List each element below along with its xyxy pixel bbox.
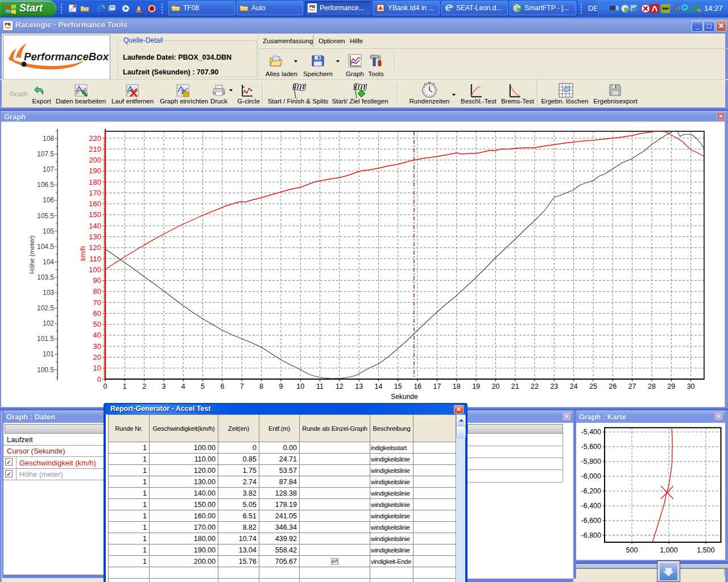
svg-text:120: 120 bbox=[89, 243, 101, 252]
svg-text:11: 11 bbox=[316, 383, 324, 390]
svg-text:105.5: 105.5 bbox=[37, 212, 54, 220]
svg-text:103: 103 bbox=[43, 289, 54, 297]
svg-text:106.5: 106.5 bbox=[37, 181, 54, 189]
svg-text:PB: PB bbox=[309, 5, 315, 9]
svg-text:104.5: 104.5 bbox=[37, 243, 54, 251]
svg-text:200: 200 bbox=[89, 156, 101, 164]
svg-text:1,000: 1,000 bbox=[660, 546, 677, 554]
svg-text:40: 40 bbox=[93, 331, 101, 339]
svg-text:28: 28 bbox=[648, 383, 656, 390]
svg-text:70: 70 bbox=[93, 298, 101, 307]
svg-text:-6,200: -6,200 bbox=[581, 487, 601, 495]
svg-text:0: 0 bbox=[104, 383, 107, 390]
svg-text:km/h: km/h bbox=[79, 246, 87, 261]
svg-text:-6,800: -6,800 bbox=[581, 531, 601, 539]
svg-text:60: 60 bbox=[93, 309, 101, 318]
svg-text:190: 190 bbox=[89, 167, 101, 175]
svg-text:10: 10 bbox=[296, 383, 304, 390]
svg-text:14: 14 bbox=[375, 383, 383, 390]
svg-text:105: 105 bbox=[43, 227, 54, 235]
svg-text:21: 21 bbox=[511, 383, 519, 390]
svg-text:23: 23 bbox=[550, 383, 558, 390]
svg-text:80: 80 bbox=[93, 287, 101, 296]
svg-text:Höhe (meter): Höhe (meter) bbox=[28, 235, 35, 274]
svg-text:103.5: 103.5 bbox=[37, 273, 54, 281]
svg-text:100: 100 bbox=[89, 265, 101, 274]
svg-text:7: 7 bbox=[240, 383, 244, 390]
svg-text:160: 160 bbox=[89, 199, 101, 208]
svg-text:50: 50 bbox=[93, 320, 101, 329]
svg-text:Sekunde: Sekunde bbox=[391, 393, 418, 401]
svg-text:107.5: 107.5 bbox=[37, 150, 54, 158]
svg-text:106: 106 bbox=[43, 196, 54, 204]
svg-text:6: 6 bbox=[220, 383, 224, 390]
svg-text:24: 24 bbox=[570, 383, 578, 390]
svg-text:220: 220 bbox=[89, 134, 101, 143]
svg-text:8: 8 bbox=[259, 383, 263, 390]
svg-text:9: 9 bbox=[279, 383, 283, 390]
svg-text:PB: PB bbox=[5, 22, 11, 27]
svg-text:4: 4 bbox=[181, 383, 185, 390]
svg-text:130: 130 bbox=[89, 232, 101, 241]
svg-text:-5,400: -5,400 bbox=[581, 428, 601, 436]
svg-text:12: 12 bbox=[336, 383, 344, 390]
svg-text:29: 29 bbox=[667, 383, 675, 390]
svg-text:101.5: 101.5 bbox=[37, 335, 54, 343]
svg-text:22: 22 bbox=[531, 383, 539, 390]
svg-text:180: 180 bbox=[89, 178, 101, 186]
svg-text:18: 18 bbox=[453, 383, 461, 390]
svg-text:102.5: 102.5 bbox=[37, 304, 54, 312]
svg-text:1,500: 1,500 bbox=[697, 546, 714, 554]
svg-text:-5,600: -5,600 bbox=[581, 443, 601, 451]
svg-text:0: 0 bbox=[97, 375, 101, 384]
svg-text:PerformanceBox: PerformanceBox bbox=[24, 51, 109, 63]
svg-text:500: 500 bbox=[626, 546, 638, 554]
svg-text:90: 90 bbox=[93, 276, 101, 285]
svg-text:150: 150 bbox=[89, 210, 101, 219]
svg-text:2: 2 bbox=[142, 383, 146, 390]
svg-text:25: 25 bbox=[589, 383, 597, 390]
svg-text:140: 140 bbox=[89, 222, 101, 230]
svg-text:16: 16 bbox=[413, 383, 421, 390]
svg-text:27: 27 bbox=[628, 383, 636, 390]
svg-text:5: 5 bbox=[201, 383, 205, 390]
svg-text:26: 26 bbox=[609, 383, 617, 390]
svg-text:13: 13 bbox=[355, 383, 363, 390]
svg-text:P: P bbox=[684, 5, 687, 10]
svg-text:19: 19 bbox=[472, 383, 480, 390]
svg-text:20: 20 bbox=[93, 353, 101, 361]
svg-text:108: 108 bbox=[43, 135, 54, 143]
svg-text:100.5: 100.5 bbox=[37, 366, 54, 374]
svg-text:30: 30 bbox=[93, 342, 101, 351]
svg-text:104: 104 bbox=[43, 258, 54, 266]
svg-text:110: 110 bbox=[89, 255, 101, 263]
svg-text:-5,800: -5,800 bbox=[581, 458, 601, 465]
svg-text:107: 107 bbox=[43, 165, 54, 173]
svg-text:102: 102 bbox=[43, 319, 54, 327]
svg-text:3: 3 bbox=[162, 383, 166, 390]
svg-text:-6,400: -6,400 bbox=[581, 502, 601, 510]
svg-text:1: 1 bbox=[123, 383, 127, 390]
svg-text:101: 101 bbox=[43, 350, 54, 358]
svg-text:10: 10 bbox=[93, 364, 101, 372]
svg-text:-6,000: -6,000 bbox=[581, 472, 601, 480]
svg-text:20: 20 bbox=[491, 383, 499, 390]
svg-text:17: 17 bbox=[433, 383, 441, 390]
svg-text:15: 15 bbox=[394, 383, 402, 390]
svg-text:210: 210 bbox=[89, 145, 101, 153]
svg-text:170: 170 bbox=[89, 189, 101, 197]
svg-text:-6,600: -6,600 bbox=[581, 517, 601, 525]
svg-text:30: 30 bbox=[687, 383, 695, 390]
